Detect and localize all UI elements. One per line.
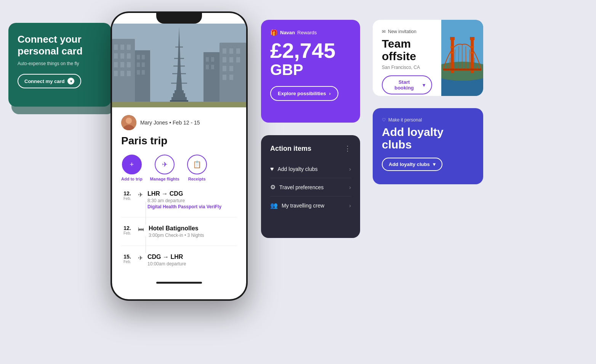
svg-rect-11 (114, 71, 118, 76)
svg-rect-33 (206, 57, 209, 62)
svg-rect-46 (172, 73, 186, 74)
svg-rect-13 (127, 71, 131, 76)
golden-gate-image (441, 20, 483, 96)
svg-rect-36 (211, 65, 214, 69)
start-booking-button[interactable]: Start booking ▾ (382, 75, 432, 94)
chevron-right-icon: › (349, 166, 351, 172)
svg-rect-40 (173, 93, 185, 97)
svg-rect-30 (137, 70, 140, 75)
item-details: Hotel Batignolles 3:00pm Check-in • 3 Ni… (149, 225, 237, 238)
heart-outline-icon: ♡ (382, 117, 386, 123)
svg-rect-57 (450, 37, 455, 40)
svg-rect-62 (470, 52, 474, 53)
phone-content: Mary Jones • Feb 12 - 15 Paris trip + Ad… (112, 107, 246, 299)
action-travelling-crew-row[interactable]: 👥 My travelling crew › (270, 196, 351, 214)
svg-rect-39 (175, 90, 184, 93)
envelope-icon: ✉ (382, 29, 386, 34)
chevron-right-icon: › (349, 184, 351, 190)
offsite-location: San Francisco, CA (382, 65, 432, 70)
add-loyalty-clubs-button[interactable]: Add loyalty clubs ▾ (382, 158, 442, 171)
action-travel-prefs-row[interactable]: ⚙ Travel preferences › (270, 178, 351, 196)
flight-icon: ✈ (138, 191, 143, 198)
rewards-header: 🎁 Navan Rewards (270, 29, 351, 36)
svg-rect-29 (142, 62, 145, 67)
svg-rect-3 (120, 45, 124, 50)
svg-rect-12 (120, 71, 124, 76)
chevron-down-icon: ▾ (423, 82, 425, 88)
svg-rect-23 (223, 75, 226, 80)
trip-meta: Mary Jones • Feb 12 - 15 (140, 120, 200, 126)
connect-my-card-button[interactable]: Connect my card (18, 74, 81, 88)
svg-rect-56 (471, 39, 474, 73)
svg-rect-15 (223, 48, 226, 54)
crew-icon: 👥 (270, 202, 278, 209)
svg-rect-27 (142, 55, 145, 59)
action-items-card: Action items ⋮ ♥ Add loyalty clubs › ⚙ T… (261, 135, 360, 238)
trip-title: Paris trip (121, 135, 237, 147)
svg-rect-34 (211, 57, 214, 62)
manage-flights-button[interactable]: ✈ Manage flights (150, 155, 179, 181)
svg-rect-19 (229, 57, 233, 62)
action-buttons-row: + Add to trip ✈ Manage flights 📋 Receipt… (121, 155, 237, 181)
item-details: LHR → CDG 8:30 am departure Digital Heal… (147, 190, 237, 209)
phone-notch (156, 13, 202, 24)
new-invitation-badge: ✉ New invitation (382, 29, 432, 34)
more-options-button[interactable]: ⋮ (344, 144, 351, 153)
explore-possibilities-button[interactable]: Explore possibilities › (270, 86, 338, 101)
offsite-title: Team offsite (382, 37, 432, 62)
svg-point-50 (126, 118, 132, 124)
timeline-line (146, 202, 146, 225)
svg-rect-10 (127, 62, 131, 67)
heart-icon: ♥ (270, 166, 274, 172)
svg-rect-9 (120, 62, 124, 67)
svg-rect-7 (127, 53, 131, 59)
svg-rect-22 (229, 66, 233, 71)
svg-rect-16 (229, 48, 233, 54)
add-to-trip-button[interactable]: + Add to trip (121, 155, 143, 181)
svg-rect-58 (470, 37, 474, 40)
date-col: 12. Feb. (121, 225, 133, 235)
chevron-down-icon (67, 78, 74, 85)
avatar (121, 115, 136, 130)
loyalty-title: Add loyalty clubs (382, 126, 474, 151)
svg-rect-5 (114, 53, 118, 59)
phone-mockup: Mary Jones • Feb 12 - 15 Paris trip + Ad… (111, 11, 248, 324)
svg-rect-21 (223, 66, 226, 71)
svg-rect-28 (137, 62, 140, 67)
rewards-amount: £2,745 GBP (270, 40, 351, 78)
svg-rect-4 (127, 45, 131, 50)
flight-icon: ✈ (138, 254, 143, 262)
connect-card: Connect your personal card Auto-expense … (8, 23, 111, 107)
svg-rect-35 (206, 65, 209, 69)
loyalty-clubs-card: ♡ Make it personal Add loyalty clubs Add… (373, 108, 483, 184)
receipts-button[interactable]: 📋 Receipts (187, 155, 207, 181)
loyalty-sub: ♡ Make it personal (382, 117, 474, 123)
home-indicator (156, 282, 202, 284)
svg-rect-18 (223, 57, 226, 62)
action-loyalty-clubs-row[interactable]: ♥ Add loyalty clubs › (270, 160, 351, 178)
item-details: CDG → LHR 10:00am departure (147, 254, 237, 267)
svg-rect-2 (114, 45, 118, 50)
itinerary-item: 12. Feb. 🛏 Hotel Batignolles 3:00pm Chec… (121, 225, 237, 246)
chevron-down-icon: ▾ (433, 161, 436, 167)
itinerary-item: 15. Feb. ✈ CDG → LHR 10:00am departure (121, 254, 237, 274)
itinerary-item: 12. Feb. ✈ LHR → CDG 8:30 am departure D… (121, 190, 237, 217)
svg-rect-47 (171, 83, 187, 84)
svg-rect-55 (451, 39, 454, 73)
chevron-right-icon: › (329, 91, 330, 96)
svg-rect-43 (175, 46, 183, 48)
date-col: 12. Feb. (121, 190, 133, 201)
svg-rect-24 (229, 75, 233, 80)
svg-rect-6 (120, 53, 124, 59)
hotel-icon: 🛏 (138, 226, 144, 233)
timeline-line (146, 236, 146, 253)
paris-photo (112, 24, 246, 107)
action-items-header: Action items ⋮ (270, 144, 351, 153)
svg-rect-8 (114, 62, 118, 67)
trip-header: Mary Jones • Feb 12 - 15 (121, 115, 237, 130)
svg-rect-48 (112, 102, 246, 107)
receipt-icon: 📋 (187, 155, 207, 174)
flight-icon: ✈ (155, 155, 175, 174)
svg-rect-41 (171, 97, 187, 100)
svg-rect-26 (137, 55, 140, 59)
